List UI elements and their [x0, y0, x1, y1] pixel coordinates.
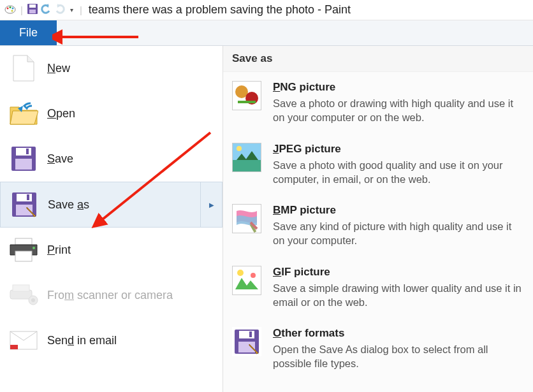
svg-point-31 [237, 146, 242, 151]
svg-point-4 [11, 10, 13, 12]
envelope-icon [9, 326, 38, 355]
redo-icon[interactable] [54, 3, 66, 17]
save-as-header: Save as [223, 46, 533, 72]
bmp-thumb-icon [232, 204, 261, 233]
ribbon-tabs: File [0, 20, 533, 46]
format-other-title: Other formats [273, 327, 524, 340]
save-disk-icon [9, 144, 38, 173]
svg-point-18 [33, 247, 35, 249]
svg-rect-11 [15, 159, 32, 170]
svg-rect-34 [233, 266, 261, 294]
svg-rect-14 [27, 194, 29, 200]
other-formats-icon [232, 327, 261, 356]
menu-new[interactable]: New [0, 46, 223, 91]
svg-rect-28 [238, 101, 256, 103]
menu-save-as[interactable]: Save as ▶ [0, 182, 223, 228]
format-bmp-title: BMP picture [273, 204, 524, 217]
format-png[interactable]: PNG picture Save a photo or drawing with… [223, 72, 533, 134]
menu-from-scanner: From scanner or camera [0, 273, 223, 318]
menu-open-label: Open [47, 107, 75, 120]
format-bmp-desc: Save any kind of picture with high quali… [273, 219, 524, 248]
svg-point-1 [7, 8, 9, 10]
format-png-desc: Save a photo or drawing with high qualit… [273, 96, 524, 125]
format-gif-desc: Save a simple drawing with lower quality… [273, 281, 524, 310]
qat-customize-icon[interactable]: ▾ [68, 6, 76, 13]
svg-rect-17 [15, 251, 32, 261]
svg-rect-16 [15, 238, 32, 245]
menu-from-scanner-label: From scanner or camera [47, 289, 173, 302]
printer-icon [9, 235, 38, 265]
undo-icon[interactable] [40, 3, 52, 17]
format-other[interactable]: Other formats Open the Save As dialog bo… [223, 318, 533, 380]
menu-save-label: Save [47, 152, 73, 166]
file-tab-label: File [19, 26, 38, 40]
menu-print[interactable]: Print [0, 228, 223, 273]
submenu-arrow-icon: ▶ [200, 182, 222, 227]
format-jpeg-title: JPEG picture [273, 143, 524, 156]
svg-point-2 [10, 6, 11, 8]
svg-rect-6 [29, 4, 36, 8]
quick-access-toolbar: | ▾ | teams there was a problem saving t… [0, 0, 533, 20]
file-menu-left: New Open Save [0, 46, 223, 392]
svg-rect-24 [10, 345, 18, 349]
svg-point-22 [31, 298, 35, 302]
separator: | [80, 4, 82, 15]
menu-send-email-label: Send in email [47, 334, 117, 347]
svg-rect-10 [26, 149, 29, 154]
save-icon[interactable] [27, 3, 38, 17]
separator: | [20, 4, 23, 15]
svg-rect-29 [233, 143, 261, 160]
format-gif-title: GIF picture [273, 266, 524, 279]
format-jpeg-desc: Save a photo with good quality and use i… [273, 158, 524, 187]
svg-rect-7 [29, 10, 36, 13]
format-jpeg[interactable]: JPEG picture Save a photo with good qual… [223, 134, 533, 196]
jpeg-thumb-icon [232, 143, 261, 172]
menu-save[interactable]: Save [0, 136, 223, 182]
new-file-icon [9, 54, 38, 83]
svg-point-3 [12, 8, 14, 10]
file-menu: New Open Save [0, 46, 533, 392]
format-other-desc: Open the Save As dialog box to select fr… [273, 342, 524, 371]
gif-thumb-icon [232, 266, 261, 295]
menu-print-label: Print [47, 243, 71, 257]
format-gif[interactable]: GIF picture Save a simple drawing with l… [223, 257, 533, 319]
svg-rect-30 [233, 160, 261, 171]
svg-point-36 [251, 273, 256, 278]
paint-app-icon [4, 3, 17, 17]
png-thumb-icon [232, 81, 261, 110]
svg-point-35 [237, 270, 244, 276]
window-title: teams there was a problem saving the pho… [89, 3, 351, 17]
menu-new-label: New [47, 62, 70, 75]
open-folder-icon [9, 99, 38, 128]
file-tab[interactable]: File [0, 20, 57, 45]
svg-rect-38 [239, 331, 254, 338]
svg-rect-20 [13, 285, 29, 291]
save-as-icon [10, 190, 39, 219]
menu-save-as-label: Save as [48, 198, 89, 212]
menu-send-email[interactable]: Send in email [0, 318, 223, 363]
format-png-title: PNG picture [273, 81, 524, 94]
format-bmp[interactable]: BMP picture Save any kind of picture wit… [223, 195, 533, 257]
svg-rect-13 [17, 194, 32, 201]
scanner-icon [9, 280, 38, 310]
svg-rect-39 [249, 331, 252, 337]
menu-open[interactable]: Open [0, 91, 223, 136]
svg-rect-9 [16, 148, 31, 156]
save-as-panel: Save as PNG picture Save a photo or draw… [223, 46, 533, 392]
